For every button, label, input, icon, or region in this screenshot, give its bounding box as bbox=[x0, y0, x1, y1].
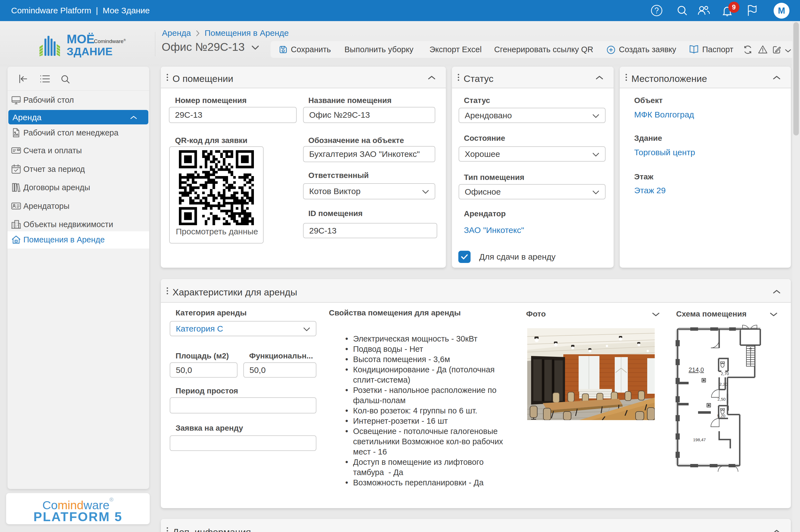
svg-text:5,20: 5,20 bbox=[717, 414, 725, 418]
svg-text:198,47: 198,47 bbox=[693, 437, 706, 442]
svg-text:2,70: 2,70 bbox=[721, 371, 729, 376]
svg-text:2,50: 2,50 bbox=[718, 397, 726, 401]
svg-text:2,20: 2,20 bbox=[720, 382, 727, 386]
svg-text:214,0: 214,0 bbox=[689, 366, 704, 373]
